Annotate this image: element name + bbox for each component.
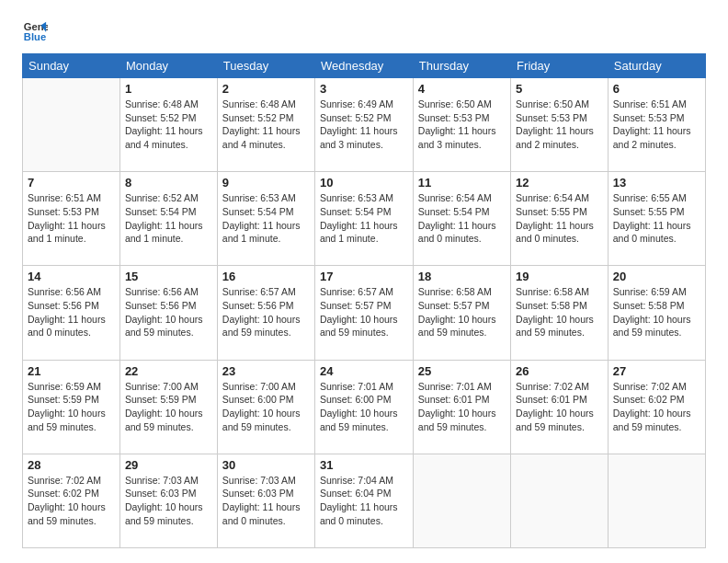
header-day: Tuesday	[217, 54, 314, 78]
calendar-cell: 25Sunrise: 7:01 AM Sunset: 6:01 PM Dayli…	[413, 360, 510, 454]
day-number: 30	[222, 458, 310, 472]
day-number: 20	[613, 270, 700, 283]
day-number: 9	[222, 176, 310, 190]
day-number: 19	[516, 270, 603, 283]
day-info: Sunrise: 7:00 AM Sunset: 6:00 PM Dayligh…	[222, 380, 310, 434]
calendar-cell: 1Sunrise: 6:48 AM Sunset: 5:52 PM Daylig…	[119, 78, 217, 172]
calendar-cell: 15Sunrise: 6:56 AM Sunset: 5:56 PM Dayli…	[119, 266, 217, 360]
day-number: 14	[28, 270, 115, 283]
day-number: 17	[320, 270, 408, 283]
day-info: Sunrise: 6:48 AM Sunset: 5:52 PM Dayligh…	[222, 98, 310, 152]
day-number: 3	[320, 82, 408, 96]
day-info: Sunrise: 7:01 AM Sunset: 6:00 PM Dayligh…	[320, 380, 408, 434]
day-info: Sunrise: 6:54 AM Sunset: 5:55 PM Dayligh…	[516, 191, 603, 246]
calendar-cell: 22Sunrise: 7:00 AM Sunset: 5:59 PM Dayli…	[119, 360, 217, 454]
calendar-cell: 3Sunrise: 6:49 AM Sunset: 5:52 PM Daylig…	[314, 78, 413, 172]
day-info: Sunrise: 7:04 AM Sunset: 6:04 PM Dayligh…	[320, 474, 408, 528]
day-info: Sunrise: 6:56 AM Sunset: 5:56 PM Dayligh…	[28, 285, 115, 339]
calendar-week: 7Sunrise: 6:51 AM Sunset: 5:53 PM Daylig…	[23, 172, 706, 266]
day-number: 21	[28, 364, 115, 378]
logo: General Blue	[22, 18, 51, 44]
day-info: Sunrise: 6:58 AM Sunset: 5:58 PM Dayligh…	[516, 285, 603, 339]
day-number: 16	[222, 270, 310, 283]
day-number: 8	[125, 176, 212, 190]
calendar-week: 1Sunrise: 6:48 AM Sunset: 5:52 PM Daylig…	[23, 78, 706, 172]
calendar-body: 1Sunrise: 6:48 AM Sunset: 5:52 PM Daylig…	[23, 78, 706, 548]
day-number: 25	[418, 364, 506, 378]
day-number: 10	[320, 176, 408, 190]
header-day: Thursday	[413, 54, 510, 78]
calendar-cell: 29Sunrise: 7:03 AM Sunset: 6:03 PM Dayli…	[119, 454, 217, 547]
day-info: Sunrise: 6:58 AM Sunset: 5:57 PM Dayligh…	[418, 285, 506, 339]
day-number: 11	[418, 176, 506, 190]
calendar-cell: 14Sunrise: 6:56 AM Sunset: 5:56 PM Dayli…	[23, 266, 120, 360]
calendar-cell: 13Sunrise: 6:55 AM Sunset: 5:55 PM Dayli…	[608, 172, 705, 266]
svg-text:Blue: Blue	[24, 31, 46, 42]
day-info: Sunrise: 7:01 AM Sunset: 6:01 PM Dayligh…	[418, 380, 506, 434]
page: General Blue SundayMondayTuesdayWednesda…	[0, 0, 728, 563]
day-number: 27	[613, 364, 700, 378]
day-number: 22	[125, 364, 212, 378]
day-number: 23	[222, 364, 310, 378]
calendar-cell	[511, 454, 609, 547]
calendar-cell: 23Sunrise: 7:00 AM Sunset: 6:00 PM Dayli…	[217, 360, 314, 454]
calendar-cell: 20Sunrise: 6:59 AM Sunset: 5:58 PM Dayli…	[608, 266, 705, 360]
calendar-cell: 28Sunrise: 7:02 AM Sunset: 6:02 PM Dayli…	[23, 454, 120, 547]
calendar-cell: 26Sunrise: 7:02 AM Sunset: 6:01 PM Dayli…	[511, 360, 609, 454]
day-number: 6	[613, 82, 700, 96]
day-info: Sunrise: 7:02 AM Sunset: 6:01 PM Dayligh…	[516, 380, 603, 434]
calendar-cell: 2Sunrise: 6:48 AM Sunset: 5:52 PM Daylig…	[217, 78, 314, 172]
day-number: 28	[28, 458, 115, 472]
calendar-header: SundayMondayTuesdayWednesdayThursdayFrid…	[23, 54, 706, 78]
calendar-cell: 27Sunrise: 7:02 AM Sunset: 6:02 PM Dayli…	[608, 360, 705, 454]
calendar-cell: 7Sunrise: 6:51 AM Sunset: 5:53 PM Daylig…	[23, 172, 120, 266]
header-day: Sunday	[23, 54, 120, 78]
day-number: 2	[222, 82, 310, 96]
calendar-cell: 4Sunrise: 6:50 AM Sunset: 5:53 PM Daylig…	[413, 78, 510, 172]
calendar-cell: 18Sunrise: 6:58 AM Sunset: 5:57 PM Dayli…	[413, 266, 510, 360]
day-info: Sunrise: 6:52 AM Sunset: 5:54 PM Dayligh…	[125, 191, 212, 246]
day-info: Sunrise: 6:53 AM Sunset: 5:54 PM Dayligh…	[320, 191, 408, 246]
calendar-week: 28Sunrise: 7:02 AM Sunset: 6:02 PM Dayli…	[23, 454, 706, 547]
calendar-week: 21Sunrise: 6:59 AM Sunset: 5:59 PM Dayli…	[23, 360, 706, 454]
calendar-cell	[608, 454, 705, 547]
day-info: Sunrise: 7:03 AM Sunset: 6:03 PM Dayligh…	[222, 474, 310, 528]
calendar-cell	[413, 454, 510, 547]
calendar-cell: 24Sunrise: 7:01 AM Sunset: 6:00 PM Dayli…	[314, 360, 413, 454]
logo-icon: General Blue	[22, 18, 48, 44]
day-info: Sunrise: 6:59 AM Sunset: 5:59 PM Dayligh…	[28, 380, 115, 434]
day-info: Sunrise: 6:50 AM Sunset: 5:53 PM Dayligh…	[418, 98, 506, 152]
day-number: 29	[125, 458, 212, 472]
day-number: 7	[28, 176, 115, 190]
calendar-cell: 16Sunrise: 6:57 AM Sunset: 5:56 PM Dayli…	[217, 266, 314, 360]
day-number: 18	[418, 270, 506, 283]
header-day: Wednesday	[314, 54, 413, 78]
day-number: 5	[516, 82, 603, 96]
header-day: Friday	[511, 54, 609, 78]
calendar-cell: 10Sunrise: 6:53 AM Sunset: 5:54 PM Dayli…	[314, 172, 413, 266]
day-info: Sunrise: 6:48 AM Sunset: 5:52 PM Dayligh…	[125, 98, 212, 152]
day-info: Sunrise: 6:51 AM Sunset: 5:53 PM Dayligh…	[28, 191, 115, 246]
day-info: Sunrise: 6:55 AM Sunset: 5:55 PM Dayligh…	[613, 191, 700, 246]
day-info: Sunrise: 6:49 AM Sunset: 5:52 PM Dayligh…	[320, 98, 408, 152]
calendar-cell: 17Sunrise: 6:57 AM Sunset: 5:57 PM Dayli…	[314, 266, 413, 360]
calendar-cell: 9Sunrise: 6:53 AM Sunset: 5:54 PM Daylig…	[217, 172, 314, 266]
day-info: Sunrise: 6:51 AM Sunset: 5:53 PM Dayligh…	[613, 98, 700, 152]
calendar-cell: 31Sunrise: 7:04 AM Sunset: 6:04 PM Dayli…	[314, 454, 413, 547]
day-info: Sunrise: 6:59 AM Sunset: 5:58 PM Dayligh…	[613, 285, 700, 339]
day-info: Sunrise: 6:57 AM Sunset: 5:57 PM Dayligh…	[320, 285, 408, 339]
header: General Blue	[22, 18, 706, 44]
day-number: 24	[320, 364, 408, 378]
day-number: 26	[516, 364, 603, 378]
calendar-cell: 6Sunrise: 6:51 AM Sunset: 5:53 PM Daylig…	[608, 78, 705, 172]
day-info: Sunrise: 7:02 AM Sunset: 6:02 PM Dayligh…	[613, 380, 700, 434]
calendar-cell: 11Sunrise: 6:54 AM Sunset: 5:54 PM Dayli…	[413, 172, 510, 266]
day-number: 4	[418, 82, 506, 96]
day-number: 1	[125, 82, 212, 96]
day-info: Sunrise: 7:00 AM Sunset: 5:59 PM Dayligh…	[125, 380, 212, 434]
calendar-cell: 21Sunrise: 6:59 AM Sunset: 5:59 PM Dayli…	[23, 360, 120, 454]
day-number: 13	[613, 176, 700, 190]
day-info: Sunrise: 6:56 AM Sunset: 5:56 PM Dayligh…	[125, 285, 212, 339]
day-info: Sunrise: 6:54 AM Sunset: 5:54 PM Dayligh…	[418, 191, 506, 246]
calendar-week: 14Sunrise: 6:56 AM Sunset: 5:56 PM Dayli…	[23, 266, 706, 360]
